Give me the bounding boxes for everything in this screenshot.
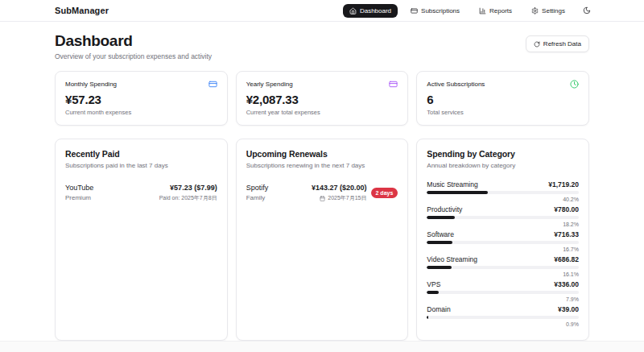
category-progress-bar [427,316,579,319]
nav-item-dashboard[interactable]: Dashboard [343,4,398,18]
panel-title: Spending by Category [427,149,579,159]
category-progress-bar [427,291,579,294]
nav-item-subscriptions[interactable]: Subscriptions [404,4,466,18]
list-item[interactable]: YouTube Premium ¥57.23 ($7.99) Paid on: … [65,184,217,202]
app-header: SubManager Dashboard Subscriptions Repor… [0,0,644,22]
gear-icon [531,7,539,14]
stat-label: Yearly Spending [246,81,293,88]
category-progress-fill [427,216,454,219]
list-item[interactable]: Spotify Family ¥143.27 ($20.00) 2025年7月1… [246,184,398,202]
nav-item-settings[interactable]: Settings [525,4,572,18]
stat-value: ¥2,087.33 [246,93,398,106]
credit-card-icon [389,80,398,89]
nav-item-label: Settings [542,7,565,14]
payment-date: Paid on: 2025年7月8日 [159,194,217,202]
renewal-date: 2025年7月15日 [328,194,366,202]
category-progress-fill [427,241,452,244]
category-amount: ¥336.00 [554,280,579,288]
category-row: Domain ¥39.00 0.9% [427,305,579,327]
category-row: Music Streaming ¥1,719.20 40.2% [427,180,579,202]
panel-title: Recently Paid [65,149,217,159]
category-amount: ¥780.00 [554,205,579,213]
days-left-badge: 2 days [371,188,398,198]
category-amount: ¥716.33 [554,230,579,238]
credit-card-icon [411,7,418,14]
category-progress-bar [427,191,579,194]
panel-subtitle: Annual breakdown by category [427,162,579,169]
refresh-data-button[interactable]: Refresh Data [526,35,589,52]
category-row: Software ¥716.33 16.7% [427,230,579,252]
page-subtitle: Overview of your subscription expenses a… [55,52,212,60]
subscription-plan: Premium [65,194,93,201]
category-progress-bar [427,266,579,269]
nav-item-label: Subscriptions [421,7,460,14]
category-name: Productivity [427,205,462,213]
category-percent: 16.7% [427,246,579,252]
bar-chart-icon [479,7,486,14]
clock-icon [570,80,579,89]
category-name: Software [427,230,454,238]
stat-card-monthly-spending: Monthly Spending ¥57.23 Current month ex… [55,71,228,126]
category-row: VPS ¥336.00 7.9% [427,280,579,302]
refresh-icon [534,41,540,48]
category-progress-fill [427,191,488,194]
stat-card-active-subscriptions: Active Subscriptions 6 Total services [416,71,589,126]
page-header: Dashboard Overview of your subscription … [55,32,589,60]
category-name: Music Streaming [427,180,477,188]
subscription-plan: Family [246,194,269,201]
nav-item-label: Dashboard [360,7,391,14]
category-row: Productivity ¥780.00 18.2% [427,205,579,227]
stat-label: Monthly Spending [65,81,117,88]
recently-paid-panel: Recently Paid Subscriptions paid in the … [55,139,228,341]
main-nav: Dashboard Subscriptions Reports Settings [343,3,596,18]
nav-item-reports[interactable]: Reports [473,4,518,18]
category-percent: 0.9% [427,321,579,327]
category-progress-fill [427,291,439,294]
category-name: Video Streaming [427,255,477,263]
moon-icon [583,6,591,14]
category-name: VPS [427,280,440,288]
category-name: Domain [427,305,450,313]
nav-item-label: Reports [489,7,512,14]
theme-toggle-button[interactable] [578,3,596,18]
refresh-button-label: Refresh Data [543,40,581,48]
category-progress-bar [427,241,579,244]
stat-card-yearly-spending: Yearly Spending ¥2,087.33 Current year t… [236,71,409,126]
upcoming-renewals-panel: Upcoming Renewals Subscriptions renewing… [236,139,409,341]
category-progress-fill [427,316,428,319]
renewal-amount: ¥143.27 ($20.00) [312,184,367,192]
category-amount: ¥686.82 [554,255,579,263]
calendar-icon [320,196,325,201]
footer-strip [0,341,644,352]
stats-row: Monthly Spending ¥57.23 Current month ex… [55,71,589,126]
category-percent: 7.9% [427,296,579,302]
stat-value: 6 [427,93,579,106]
category-list: Music Streaming ¥1,719.20 40.2% Producti… [427,180,579,327]
stat-caption: Total services [427,109,579,116]
panel-subtitle: Subscriptions paid in the last 7 days [65,162,217,169]
category-progress-fill [427,266,451,269]
credit-card-icon [208,80,217,89]
panels-row: Recently Paid Subscriptions paid in the … [55,139,589,341]
stat-caption: Current month expenses [65,109,217,116]
brand-logo: SubManager [55,6,109,15]
subscription-name: YouTube [65,184,93,192]
category-row: Video Streaming ¥686.82 16.1% [427,255,579,277]
stat-caption: Current year total expenses [246,109,398,116]
category-percent: 18.2% [427,222,579,227]
category-percent: 40.2% [427,197,579,202]
subscription-name: Spotify [246,184,269,192]
spending-by-category-panel: Spending by Category Annual breakdown by… [416,139,589,341]
panel-subtitle: Subscriptions renewing in the next 7 day… [246,162,398,169]
stat-value: ¥57.23 [65,93,217,106]
category-amount: ¥1,719.20 [548,180,579,188]
main-content: Dashboard Overview of your subscription … [0,22,644,341]
stat-label: Active Subscriptions [427,81,485,88]
payment-amount: ¥57.23 ($7.99) [159,184,217,192]
page-title: Dashboard [55,32,212,50]
panel-title: Upcoming Renewals [246,149,398,159]
home-icon [349,7,357,14]
category-amount: ¥39.00 [558,305,579,313]
category-progress-bar [427,216,579,219]
category-percent: 16.1% [427,271,579,277]
